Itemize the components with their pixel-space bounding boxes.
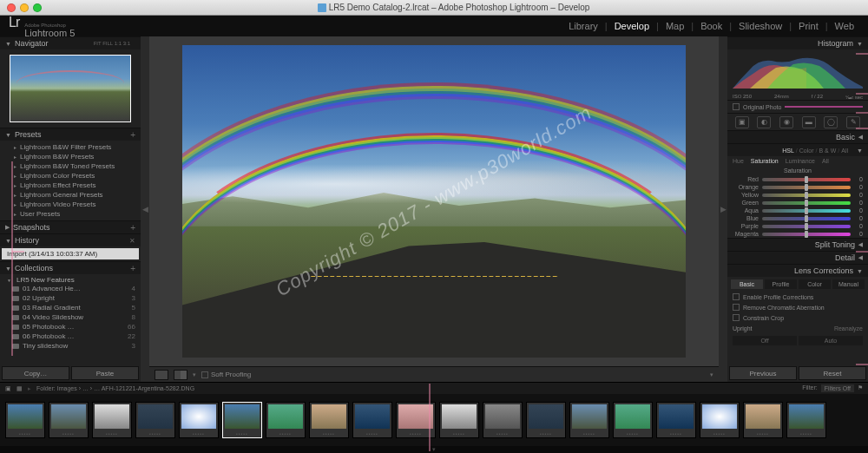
preset-folder[interactable]: User Presets — [0, 209, 141, 219]
preset-folder[interactable]: Lightroom B&W Toned Presets — [0, 161, 141, 171]
preset-folder[interactable]: Lightroom B&W Filter Presets — [0, 142, 141, 152]
collection-item[interactable]: 01 Advanced He…4 — [0, 284, 141, 293]
minimize-window-icon[interactable] — [20, 3, 29, 12]
collections-header[interactable]: Collections + — [0, 262, 141, 274]
clear-history-icon[interactable]: ✕ — [129, 237, 135, 245]
lens-check-constrain-crop[interactable]: Constrain Crop — [727, 312, 868, 323]
second-monitor-icon[interactable]: ▣ — [5, 385, 11, 392]
hsl-tab-color[interactable]: Color — [799, 148, 814, 154]
add-preset-icon[interactable]: + — [130, 130, 135, 140]
collection-item[interactable]: 06 Photobook …22 — [0, 332, 141, 341]
module-book[interactable]: Book — [695, 21, 727, 31]
toolbar-collapse-icon[interactable]: ▾ — [710, 371, 713, 378]
zoom-window-icon[interactable] — [33, 3, 42, 12]
module-web[interactable]: Web — [830, 21, 859, 31]
filmstrip-toggle[interactable]: ▾ — [0, 446, 868, 453]
module-print[interactable]: Print — [793, 21, 824, 31]
basic-header[interactable]: Basic — [727, 131, 868, 143]
split-toning-header[interactable]: Split Toning — [727, 239, 868, 251]
filmstrip-thumbnail[interactable]: ••••• — [222, 402, 262, 438]
hsl-header[interactable]: HSL/Color/B & W/All — [727, 144, 868, 156]
lens-tab-basic[interactable]: Basic — [731, 279, 763, 289]
hsl-subtab-luminance[interactable]: Luminance — [786, 158, 815, 164]
filmstrip-thumbnail[interactable]: ••••• — [483, 402, 523, 438]
loupe-view-button[interactable] — [155, 370, 168, 380]
reset-button[interactable]: Reset — [799, 366, 866, 380]
add-collection-icon[interactable]: + — [130, 264, 135, 273]
close-window-icon[interactable] — [7, 3, 16, 12]
preset-folder[interactable]: Lightroom B&W Presets — [0, 152, 141, 161]
detail-header[interactable]: Detail — [727, 252, 868, 264]
filmstrip-thumbnail[interactable]: ••••• — [266, 402, 306, 438]
histogram-header[interactable]: Histogram — [727, 37, 868, 49]
filmstrip-thumbnail[interactable]: ••••• — [396, 402, 436, 438]
upright-auto-button[interactable]: Auto — [799, 336, 863, 345]
filmstrip[interactable]: ••••••••••••••••••••••••••••••••••••••••… — [0, 394, 868, 446]
filmstrip-thumbnail[interactable]: ••••• — [786, 402, 826, 438]
crop-tool-icon[interactable]: ▣ — [735, 116, 749, 128]
filmstrip-thumbnail[interactable]: ••••• — [613, 402, 653, 438]
saturation-slider-orange[interactable]: Orange0 — [727, 183, 868, 191]
preset-folder[interactable]: Lightroom Color Presets — [0, 171, 141, 181]
paste-settings-button[interactable]: Paste — [71, 366, 139, 380]
module-library[interactable]: Library — [563, 21, 603, 31]
filmstrip-thumbnail[interactable]: ••••• — [49, 402, 89, 438]
view-options-icon[interactable]: ▾ — [193, 371, 196, 378]
upright-off-button[interactable]: Off — [733, 336, 797, 345]
filmstrip-breadcrumb[interactable]: Folder: Images › … › … AFH-121221-Argent… — [36, 385, 194, 391]
left-panel-toggle[interactable]: ◀ — [141, 36, 149, 382]
filmstrip-thumbnail[interactable]: ••••• — [179, 402, 219, 438]
collection-item[interactable]: 03 Radial Gradient5 — [0, 303, 141, 312]
saturation-slider-purple[interactable]: Purple0 — [727, 222, 868, 230]
lens-tab-manual[interactable]: Manual — [832, 279, 865, 289]
canvas-area[interactable]: Copyright © 2017 - www.p30world.com — [149, 36, 719, 366]
collection-item[interactable]: 02 Upright3 — [0, 293, 141, 303]
saturation-slider-magenta[interactable]: Magenta0 — [727, 230, 868, 238]
histogram-display[interactable]: ISO 250 24mm f / 22 ¹⁄₁₂₅ sec — [727, 49, 868, 100]
collection-item[interactable]: 05 Photobook …66 — [0, 322, 141, 332]
hsl-tab-all[interactable]: All — [841, 148, 848, 154]
reanalyze-button[interactable]: Reanalyze — [834, 325, 863, 332]
adjustment-brush-tool-icon[interactable]: ✎ — [846, 116, 860, 128]
filter-lock-icon[interactable]: ⚑ — [858, 384, 863, 392]
hsl-tab-bw[interactable]: B & W — [819, 148, 836, 154]
filmstrip-thumbnail[interactable]: ••••• — [92, 402, 132, 438]
preset-folder[interactable]: Lightroom Effect Presets — [0, 181, 141, 190]
redeye-tool-icon[interactable]: ◉ — [779, 116, 793, 128]
hsl-subtab-hue[interactable]: Hue — [733, 158, 744, 164]
lens-check-enable-profile-corrections[interactable]: Enable Profile Corrections — [727, 292, 868, 302]
preset-folder[interactable]: Lightroom General Presets — [0, 190, 141, 200]
before-after-button[interactable] — [174, 370, 187, 380]
saturation-slider-aqua[interactable]: Aqua0 — [727, 207, 868, 214]
hsl-subtab-all[interactable]: All — [822, 158, 829, 164]
filmstrip-thumbnail[interactable]: ••••• — [309, 402, 349, 438]
previous-button[interactable]: Previous — [729, 366, 797, 380]
hsl-subtab-saturation[interactable]: Saturation — [751, 158, 779, 164]
filmstrip-thumbnail[interactable]: ••••• — [439, 402, 479, 438]
navigator-header[interactable]: Navigator FIT FILL 1:1 3:1 — [0, 37, 141, 49]
filmstrip-thumbnail[interactable]: ••••• — [569, 402, 609, 438]
filmstrip-thumbnail[interactable]: ••••• — [135, 402, 175, 438]
lens-corrections-header[interactable]: Lens Corrections — [727, 265, 868, 277]
filmstrip-thumbnail[interactable]: ••••• — [700, 402, 740, 438]
filmstrip-thumbnail[interactable]: ••••• — [352, 402, 392, 438]
history-item[interactable]: Import (3/14/13 10:03:37 AM) — [2, 248, 139, 259]
presets-header[interactable]: Presets + — [0, 128, 141, 141]
history-header[interactable]: History ✕ — [0, 234, 141, 246]
lens-tab-profile[interactable]: Profile — [765, 279, 797, 289]
filmstrip-thumbnail[interactable]: ••••• — [5, 402, 45, 438]
lens-check-remove-chromatic-aberration[interactable]: Remove Chromatic Aberration — [727, 302, 868, 312]
module-map[interactable]: Map — [661, 21, 689, 31]
navigator-zoom-options[interactable]: FIT FILL 1:1 3:1 — [94, 41, 135, 46]
hsl-tab-hsl[interactable]: HSL — [782, 148, 794, 154]
lens-tab-color[interactable]: Color — [799, 279, 831, 289]
snapshots-header[interactable]: Snapshots + — [0, 221, 141, 233]
collection-set[interactable]: LR5 New Features — [0, 276, 141, 284]
filters-off-button[interactable]: Filters Off — [821, 384, 854, 392]
collection-item[interactable]: Tiny slideshow3 — [0, 341, 141, 351]
collection-item[interactable]: 04 Video Slideshow8 — [0, 312, 141, 322]
saturation-slider-green[interactable]: Green0 — [727, 199, 868, 207]
right-panel-toggle[interactable]: ▶ — [719, 36, 727, 382]
saturation-slider-yellow[interactable]: Yellow0 — [727, 191, 868, 199]
module-develop[interactable]: Develop — [609, 21, 654, 31]
